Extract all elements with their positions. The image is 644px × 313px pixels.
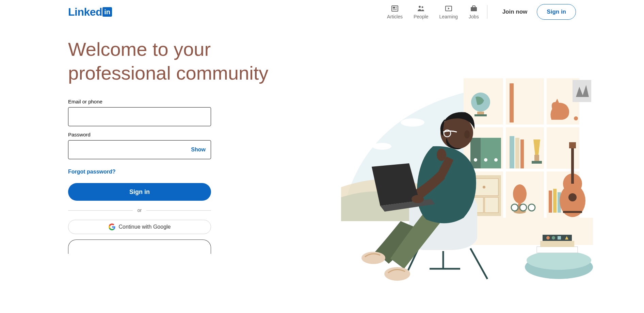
password-wrapper: Show [68, 140, 211, 159]
nav-items: Articles People Learning Jobs [387, 4, 479, 19]
svg-point-43 [528, 204, 535, 211]
svg-point-41 [511, 204, 518, 211]
svg-rect-19 [474, 114, 487, 116]
password-input[interactable] [68, 140, 211, 159]
nav-label: Articles [387, 14, 403, 19]
articles-icon [391, 4, 399, 13]
svg-rect-9 [471, 7, 477, 11]
svg-marker-8 [448, 7, 450, 10]
svg-rect-57 [537, 247, 578, 253]
svg-rect-18 [477, 112, 484, 114]
svg-point-37 [483, 186, 485, 188]
nav-item-articles[interactable]: Articles [387, 4, 403, 19]
svg-point-5 [419, 6, 421, 8]
svg-point-61 [552, 236, 555, 240]
nav-label: Jobs [469, 14, 479, 19]
nav-label: Learning [439, 14, 458, 19]
svg-point-51 [568, 193, 577, 201]
password-group: Password Show [68, 132, 279, 159]
svg-point-21 [574, 116, 578, 120]
svg-rect-64 [573, 80, 591, 102]
header: Linkedin Articles People Learning Jobs J… [0, 0, 644, 24]
left-column: Welcome to your professional community E… [68, 37, 279, 254]
nav-item-learning[interactable]: Learning [439, 4, 458, 19]
svg-rect-44 [549, 191, 552, 213]
or-text: or [133, 208, 146, 213]
svg-rect-29 [520, 139, 524, 168]
google-button-label: Continue with Google [119, 224, 171, 230]
svg-rect-1 [393, 7, 395, 9]
svg-point-67 [437, 149, 446, 161]
nav-item-people[interactable]: People [414, 4, 429, 19]
secondary-button-partial[interactable] [68, 240, 211, 254]
linkedin-logo[interactable]: Linkedin [68, 6, 112, 18]
svg-rect-23 [470, 138, 481, 168]
svg-rect-36 [485, 197, 498, 213]
nav-divider [487, 5, 487, 19]
svg-rect-53 [569, 142, 576, 148]
svg-point-38 [513, 184, 527, 203]
hero-illustration [341, 78, 593, 289]
divider-line [146, 210, 211, 211]
learning-icon [445, 4, 453, 13]
continue-with-google-button[interactable]: Continue with Google [68, 220, 211, 234]
or-divider: or [68, 208, 211, 213]
svg-rect-28 [515, 138, 519, 168]
header-right: Articles People Learning Jobs Join now S… [387, 4, 576, 20]
join-now-button[interactable]: Join now [496, 4, 534, 19]
svg-point-25 [484, 158, 487, 162]
svg-point-26 [494, 158, 498, 162]
briefcase-icon [470, 4, 478, 13]
google-icon [109, 224, 115, 230]
hero-title: Welcome to your professional community [68, 37, 279, 85]
people-icon [417, 4, 425, 13]
password-label: Password [68, 132, 279, 137]
svg-rect-58 [540, 241, 574, 247]
svg-rect-52 [571, 146, 574, 184]
logo-badge: in [102, 7, 112, 17]
email-input[interactable] [68, 107, 211, 126]
nav-label: People [414, 14, 429, 19]
email-group: Email or phone [68, 99, 279, 126]
main: Welcome to your professional community E… [0, 24, 644, 254]
divider-line [68, 210, 133, 211]
svg-point-6 [421, 6, 423, 8]
svg-rect-62 [558, 236, 561, 240]
svg-point-71 [412, 195, 424, 203]
show-password-button[interactable]: Show [191, 147, 206, 153]
svg-point-10 [401, 118, 424, 127]
svg-rect-20 [510, 83, 514, 122]
svg-rect-27 [510, 136, 514, 168]
nav-item-jobs[interactable]: Jobs [469, 4, 479, 19]
svg-point-69 [464, 130, 470, 138]
svg-point-60 [546, 236, 550, 240]
svg-point-24 [474, 158, 477, 162]
svg-rect-32 [532, 161, 542, 164]
forgot-password-link[interactable]: Forgot password? [68, 169, 116, 175]
email-label: Email or phone [68, 99, 279, 104]
svg-rect-54 [563, 211, 582, 213]
signin-button[interactable]: Sign in [68, 183, 211, 201]
svg-rect-31 [534, 155, 539, 161]
svg-point-56 [527, 251, 591, 270]
svg-point-42 [520, 204, 527, 211]
logo-text: Linked [68, 6, 102, 18]
svg-rect-45 [553, 189, 557, 213]
svg-point-11 [372, 143, 391, 150]
signin-header-button[interactable]: Sign in [537, 4, 576, 20]
